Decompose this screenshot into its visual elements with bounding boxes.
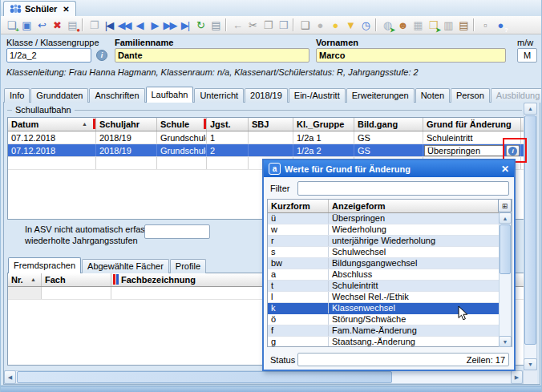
dialog-scroll-thumb[interactable] xyxy=(500,224,511,274)
dialog-value-row[interactable]: öStörung/Schwäche xyxy=(268,314,512,325)
subtab-fremdsprachen[interactable]: Fremdsprachen xyxy=(8,257,81,273)
new-record-icon[interactable]: ❏+ xyxy=(3,18,18,33)
dialog-value-row[interactable]: bwBildungsgangwechsel xyxy=(268,258,512,269)
previous-record-icon[interactable]: ◀ xyxy=(131,18,147,33)
tab-anschriften[interactable]: Anschriften xyxy=(89,88,144,103)
tab-info[interactable]: Info xyxy=(4,88,30,103)
dialog-value-row[interactable]: üÜberspringen xyxy=(268,213,512,224)
copy-icon[interactable]: ❐ xyxy=(260,18,275,33)
hint-icon[interactable]: ● xyxy=(327,18,342,33)
familienname-input[interactable]: Dante xyxy=(115,48,309,63)
column-header-grund-für-änderung[interactable]: Grund für Änderung xyxy=(423,118,521,131)
column-chooser-button[interactable]: ⊞ xyxy=(498,199,512,212)
filter-icon[interactable]: ▼ xyxy=(342,18,358,33)
delete-icon[interactable]: ✖ xyxy=(49,18,64,33)
reminder-icon[interactable]: ◷ xyxy=(358,18,373,33)
subtab-profile[interactable]: Profile xyxy=(170,259,206,273)
tab-erweiterungen[interactable]: Erweiterungen xyxy=(346,88,415,103)
save-icon[interactable]: ▣ xyxy=(18,18,34,33)
column-header-datum[interactable]: Datum▲ xyxy=(8,118,96,131)
laufbahn-cell xyxy=(157,157,207,169)
export-web-icon[interactable]: ◍➤ xyxy=(379,18,394,33)
dialog-value-row[interactable]: wWiederholung xyxy=(268,224,512,236)
paste-icon[interactable]: ❒ xyxy=(275,18,290,33)
column-header-nr[interactable]: Nr.▲ xyxy=(8,273,42,286)
column-header-jgst[interactable]: Jgst. xyxy=(207,118,249,131)
scroll-down-button[interactable]: ▼ xyxy=(524,358,537,370)
dialog-close-icon[interactable]: ✕ xyxy=(501,164,509,175)
preview-icon[interactable]: ● xyxy=(312,18,327,33)
dialog-value-row[interactable]: fFam.Name-Änderung xyxy=(268,325,512,337)
card-icon[interactable]: ▥ xyxy=(440,18,455,33)
fast-backward-icon[interactable]: ◀◀ xyxy=(116,18,131,33)
tab-schueler[interactable]: Schüler ✕ xyxy=(3,1,76,16)
filter-input[interactable] xyxy=(297,181,509,196)
column-header-sbj[interactable]: SBJ xyxy=(249,118,293,131)
laufbahn-row[interactable]: 07.12.20182018/19Grundschule ...11/2a 1G… xyxy=(8,131,524,144)
next-record-icon[interactable]: ▶ xyxy=(147,18,162,33)
tab-noten[interactable]: Noten xyxy=(415,88,450,103)
cut-icon[interactable]: ✂ xyxy=(245,18,260,33)
refresh-icon[interactable]: ↻ xyxy=(192,18,208,33)
fast-forward-icon[interactable]: ▶▶ xyxy=(162,18,177,33)
tab-ein-austritt[interactable]: Ein-/Austritt xyxy=(289,88,346,103)
tab-ausbildung: Ausbildung xyxy=(491,88,542,103)
klasse-info-icon[interactable]: i xyxy=(96,50,107,61)
list-view-icon[interactable]: ▤ xyxy=(208,18,223,33)
help-icon-overlay: ? xyxy=(504,27,508,34)
sort-ascending-icon: ▲ xyxy=(30,277,36,282)
dialog-value-row[interactable]: gStaatsang.-Änderung xyxy=(268,337,512,347)
column-header-fach[interactable]: Fach xyxy=(42,273,111,286)
horizontal-scroll-thumb[interactable] xyxy=(17,371,392,383)
klasse-input[interactable]: 1/2a_2 xyxy=(6,48,91,63)
dialog-value-row[interactable]: lWechsel Rel.-/Ethik xyxy=(268,292,512,303)
vornamen-input[interactable]: Marco xyxy=(316,48,506,63)
anzeigeform-cell: Schuleintritt xyxy=(329,281,499,291)
id-card-icon[interactable]: ▤ xyxy=(455,18,471,33)
column-header-kurzform[interactable]: Kurzform xyxy=(268,200,329,212)
tab-laufbahn[interactable]: Laufbahn xyxy=(146,87,194,103)
dialog-titlebar[interactable]: a Werte für Grund für Änderung ✕ xyxy=(264,160,514,177)
tab-unterricht[interactable]: Unterricht xyxy=(194,88,244,103)
tab-person[interactable]: Person xyxy=(451,88,490,103)
undo-icon[interactable]: ↩ xyxy=(34,18,49,33)
column-header-schuljahr[interactable]: Schuljahr xyxy=(96,118,157,131)
navigate-back-icon[interactable]: ← xyxy=(229,18,245,33)
export-folder-icon[interactable]: ❒➤ xyxy=(425,18,440,33)
dialog-value-row[interactable]: tSchuleintritt xyxy=(268,281,512,292)
jahrgangsstufen-input[interactable] xyxy=(144,224,210,239)
mw-input[interactable]: M xyxy=(517,48,537,63)
column-header-schule[interactable]: Schule xyxy=(157,118,207,131)
tab-grunddaten[interactable]: Grunddaten xyxy=(30,88,88,103)
tab-close-icon[interactable]: ✕ xyxy=(63,5,69,14)
first-record-icon[interactable]: |◀ xyxy=(101,18,116,33)
anzeigeform-cell: Fam.Name-Änderung xyxy=(329,325,499,336)
edit-form-icon[interactable]: ▤● xyxy=(64,18,79,33)
student-icon[interactable]: ☻ xyxy=(394,18,410,33)
duplicate-record-icon[interactable]: ❐ xyxy=(86,18,101,33)
column-header-bild-gang[interactable]: Bild.gang xyxy=(354,118,423,131)
dialog-scroll-down-button[interactable]: ▼ xyxy=(499,336,512,347)
calendar-icon[interactable]: ▦ xyxy=(410,18,425,33)
laufbahn-row[interactable]: 07.12.20182018/19Grundschule ...21/2a 2G… xyxy=(8,144,524,157)
vornamen-label: Vornamen xyxy=(316,38,358,47)
kurzform-cell: s xyxy=(268,247,329,257)
dialog-value-row[interactable]: kKlassenwechsel xyxy=(268,303,512,314)
column-header-kl-gruppe[interactable]: Kl._Gruppe xyxy=(293,118,354,131)
scroll-up-button[interactable]: ▲ xyxy=(524,103,537,115)
column-header-anzeigeform[interactable]: Anzeigeform xyxy=(329,200,499,212)
scroll-right-button[interactable]: ▶ xyxy=(511,370,523,384)
hint-icon-glyph: ● xyxy=(333,20,338,30)
scroll-left-button[interactable]: ◀ xyxy=(4,370,16,384)
dialog-value-row[interactable]: runterjährige Wiederholung xyxy=(268,236,512,247)
dialog-scroll-up-button[interactable]: ▲ xyxy=(499,212,512,224)
panel-icon[interactable]: ▫ xyxy=(477,18,492,33)
last-record-icon[interactable]: ▶| xyxy=(177,18,192,33)
tab-2018-19[interactable]: 2018/19 xyxy=(245,88,288,103)
print-icon[interactable]: ❑ xyxy=(297,18,312,33)
help-icon[interactable]: ●? xyxy=(492,18,508,33)
subtab-abgewählte-fächer[interactable]: Abgewählte Fächer xyxy=(82,259,169,273)
grund-edit-field[interactable]: Überspringen xyxy=(424,145,504,156)
dialog-value-row[interactable]: aAbschluss xyxy=(268,269,512,281)
dialog-value-row[interactable]: sSchulwechsel xyxy=(268,247,512,258)
